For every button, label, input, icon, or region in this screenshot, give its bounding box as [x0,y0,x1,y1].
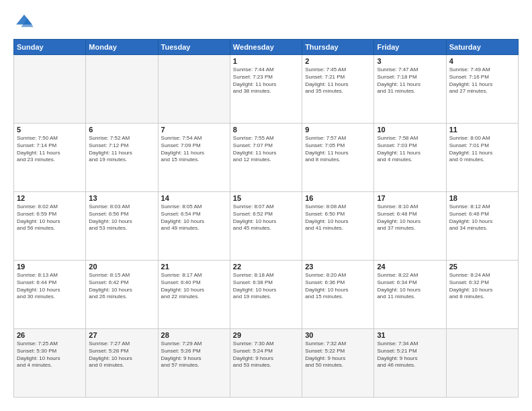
day-info: Sunrise: 7:44 AM Sunset: 7:23 PM Dayligh… [233,66,299,95]
calendar-cell: 6Sunrise: 7:52 AM Sunset: 7:12 PM Daylig… [86,124,158,192]
calendar-cell: 2Sunrise: 7:45 AM Sunset: 7:21 PM Daylig… [302,55,374,124]
day-number: 11 [449,126,515,134]
calendar-cell: 3Sunrise: 7:47 AM Sunset: 7:18 PM Daylig… [374,55,446,124]
calendar-cell: 19Sunrise: 8:13 AM Sunset: 6:44 PM Dayli… [14,261,86,329]
day-info: Sunrise: 8:02 AM Sunset: 6:59 PM Dayligh… [17,203,83,232]
weekday-header: Monday [86,40,158,55]
day-number: 25 [449,263,515,271]
day-number: 6 [89,126,154,134]
calendar-cell: 27Sunrise: 7:27 AM Sunset: 5:28 PM Dayli… [86,329,158,398]
day-number: 28 [161,331,227,339]
day-number: 5 [17,126,83,134]
day-info: Sunrise: 8:15 AM Sunset: 6:42 PM Dayligh… [89,272,154,301]
day-info: Sunrise: 7:57 AM Sunset: 7:05 PM Dayligh… [305,135,371,164]
day-info: Sunrise: 7:30 AM Sunset: 5:24 PM Dayligh… [233,340,299,369]
calendar-cell: 26Sunrise: 7:25 AM Sunset: 5:30 PM Dayli… [14,329,86,398]
day-info: Sunrise: 8:12 AM Sunset: 6:46 PM Dayligh… [449,203,515,232]
day-info: Sunrise: 7:32 AM Sunset: 5:22 PM Dayligh… [305,340,371,369]
day-number: 22 [233,263,299,271]
weekday-header: Tuesday [158,40,230,55]
day-number: 30 [305,331,371,339]
day-number: 9 [305,126,371,134]
calendar-week-row: 12Sunrise: 8:02 AM Sunset: 6:59 PM Dayli… [14,192,519,261]
calendar-cell: 20Sunrise: 8:15 AM Sunset: 6:42 PM Dayli… [86,261,158,329]
day-info: Sunrise: 8:03 AM Sunset: 6:56 PM Dayligh… [89,203,154,232]
day-info: Sunrise: 7:25 AM Sunset: 5:30 PM Dayligh… [17,340,83,369]
day-number: 29 [233,331,299,339]
day-info: Sunrise: 8:10 AM Sunset: 6:48 PM Dayligh… [377,203,443,232]
day-info: Sunrise: 8:22 AM Sunset: 6:34 PM Dayligh… [377,272,443,301]
calendar-week-row: 1Sunrise: 7:44 AM Sunset: 7:23 PM Daylig… [14,55,519,124]
day-info: Sunrise: 8:07 AM Sunset: 6:52 PM Dayligh… [233,203,299,232]
day-number: 7 [161,126,227,134]
day-info: Sunrise: 8:20 AM Sunset: 6:36 PM Dayligh… [305,272,371,301]
calendar-cell: 30Sunrise: 7:32 AM Sunset: 5:22 PM Dayli… [302,329,374,398]
day-number: 16 [305,194,371,202]
day-number: 8 [233,126,299,134]
day-number: 3 [377,57,443,65]
day-number: 20 [89,263,154,271]
day-number: 12 [17,194,83,202]
day-info: Sunrise: 7:34 AM Sunset: 5:21 PM Dayligh… [377,340,443,369]
calendar-cell: 11Sunrise: 8:00 AM Sunset: 7:01 PM Dayli… [446,124,518,192]
calendar-cell: 21Sunrise: 8:17 AM Sunset: 6:40 PM Dayli… [158,261,230,329]
day-number: 13 [89,194,154,202]
day-info: Sunrise: 8:05 AM Sunset: 6:54 PM Dayligh… [161,203,227,232]
calendar-week-row: 26Sunrise: 7:25 AM Sunset: 5:30 PM Dayli… [14,329,519,398]
calendar-table: SundayMondayTuesdayWednesdayThursdayFrid… [13,39,519,398]
weekday-header: Friday [374,40,446,55]
header [13,13,519,31]
day-info: Sunrise: 8:13 AM Sunset: 6:44 PM Dayligh… [17,272,83,301]
calendar-week-row: 19Sunrise: 8:13 AM Sunset: 6:44 PM Dayli… [14,261,519,329]
day-info: Sunrise: 7:58 AM Sunset: 7:03 PM Dayligh… [377,135,443,164]
calendar-cell: 31Sunrise: 7:34 AM Sunset: 5:21 PM Dayli… [374,329,446,398]
calendar-cell [86,55,158,124]
calendar-cell: 22Sunrise: 8:18 AM Sunset: 6:38 PM Dayli… [230,261,302,329]
weekday-header: Thursday [302,40,374,55]
day-number: 4 [449,57,515,65]
day-number: 1 [233,57,299,65]
day-info: Sunrise: 8:24 AM Sunset: 6:32 PM Dayligh… [449,272,515,301]
day-number: 14 [161,194,227,202]
day-info: Sunrise: 7:49 AM Sunset: 7:16 PM Dayligh… [449,66,515,95]
calendar-cell: 5Sunrise: 7:50 AM Sunset: 7:14 PM Daylig… [14,124,86,192]
calendar-cell: 17Sunrise: 8:10 AM Sunset: 6:48 PM Dayli… [374,192,446,261]
calendar-cell: 24Sunrise: 8:22 AM Sunset: 6:34 PM Dayli… [374,261,446,329]
calendar-cell: 4Sunrise: 7:49 AM Sunset: 7:16 PM Daylig… [446,55,518,124]
day-info: Sunrise: 7:45 AM Sunset: 7:21 PM Dayligh… [305,66,371,95]
day-info: Sunrise: 8:18 AM Sunset: 6:38 PM Dayligh… [233,272,299,301]
calendar-cell: 28Sunrise: 7:29 AM Sunset: 5:26 PM Dayli… [158,329,230,398]
calendar-cell [14,55,86,124]
day-number: 21 [161,263,227,271]
day-number: 31 [377,331,443,339]
day-number: 10 [377,126,443,134]
calendar-cell: 29Sunrise: 7:30 AM Sunset: 5:24 PM Dayli… [230,329,302,398]
day-info: Sunrise: 8:08 AM Sunset: 6:50 PM Dayligh… [305,203,371,232]
calendar-cell: 12Sunrise: 8:02 AM Sunset: 6:59 PM Dayli… [14,192,86,261]
day-info: Sunrise: 7:29 AM Sunset: 5:26 PM Dayligh… [161,340,227,369]
day-info: Sunrise: 7:47 AM Sunset: 7:18 PM Dayligh… [377,66,443,95]
day-info: Sunrise: 7:55 AM Sunset: 7:07 PM Dayligh… [233,135,299,164]
day-number: 18 [449,194,515,202]
calendar-cell: 9Sunrise: 7:57 AM Sunset: 7:05 PM Daylig… [302,124,374,192]
day-number: 17 [377,194,443,202]
day-number: 26 [17,331,83,339]
calendar-cell [446,329,518,398]
calendar-cell: 7Sunrise: 7:54 AM Sunset: 7:09 PM Daylig… [158,124,230,192]
calendar-cell: 8Sunrise: 7:55 AM Sunset: 7:07 PM Daylig… [230,124,302,192]
calendar-cell: 15Sunrise: 8:07 AM Sunset: 6:52 PM Dayli… [230,192,302,261]
calendar-cell: 16Sunrise: 8:08 AM Sunset: 6:50 PM Dayli… [302,192,374,261]
calendar-cell: 25Sunrise: 8:24 AM Sunset: 6:32 PM Dayli… [446,261,518,329]
day-number: 27 [89,331,154,339]
day-number: 2 [305,57,371,65]
day-info: Sunrise: 8:17 AM Sunset: 6:40 PM Dayligh… [161,272,227,301]
day-number: 23 [305,263,371,271]
day-info: Sunrise: 7:54 AM Sunset: 7:09 PM Dayligh… [161,135,227,164]
day-info: Sunrise: 7:52 AM Sunset: 7:12 PM Dayligh… [89,135,154,164]
calendar-header-row: SundayMondayTuesdayWednesdayThursdayFrid… [14,40,519,55]
weekday-header: Wednesday [230,40,302,55]
day-number: 19 [17,263,83,271]
day-info: Sunrise: 7:50 AM Sunset: 7:14 PM Dayligh… [17,135,83,164]
weekday-header: Sunday [14,40,86,55]
day-info: Sunrise: 8:00 AM Sunset: 7:01 PM Dayligh… [449,135,515,164]
